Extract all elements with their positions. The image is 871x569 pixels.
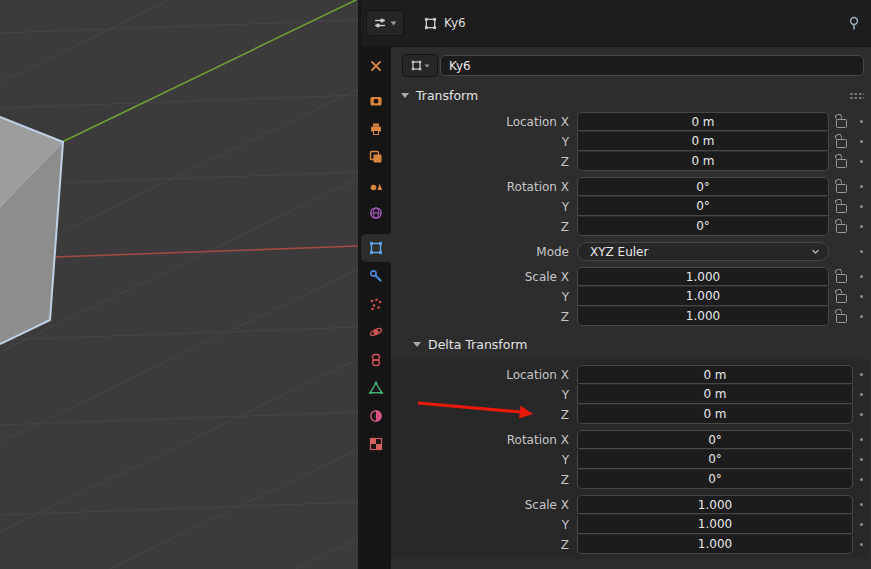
field-label: Y [391,388,577,402]
field-value: 0 m [691,134,714,148]
decorator-dot[interactable] [860,543,863,546]
delta-scale-z-row: Z 1.000 [391,535,869,554]
delta-transform-panel-header[interactable]: Delta Transform [391,332,869,357]
tab-texture[interactable] [361,430,391,458]
tab-constraints[interactable] [361,346,391,374]
editor-type-button[interactable] [366,10,404,36]
field-label: Y [391,518,577,532]
delta-scale-z-field[interactable]: 1.000 [577,535,853,554]
delta-location-z-row: Z 0 m [391,405,869,424]
delta-scale-x-field[interactable]: 1.000 [577,495,853,514]
pin-icon[interactable] [847,16,861,31]
cube-object[interactable] [0,117,63,344]
delta-rotation-x-field[interactable]: 0° [577,430,853,449]
decorator-dot[interactable] [860,225,863,228]
field-value: 1.000 [686,270,720,284]
decorator-dot[interactable] [860,295,863,298]
tab-render[interactable] [361,87,391,115]
rotation-mode-dropdown[interactable]: XYZ Euler [577,242,829,261]
panel-title: Delta Transform [428,337,528,352]
field-value: 0 m [703,387,726,401]
field-value: 0° [696,219,710,233]
world-icon [369,206,383,220]
scale-x-field[interactable]: 1.000 [577,267,829,286]
tab-material[interactable] [361,402,391,430]
lock-open-icon[interactable] [836,184,847,193]
scale-z-field[interactable]: 1.000 [577,307,829,326]
delta-location-y-field[interactable]: 0 m [577,385,853,404]
rotation-z-field[interactable]: 0° [577,217,829,236]
3d-viewport[interactable] [0,0,358,569]
chevron-down-icon [390,21,397,26]
relations-panel-header[interactable]: Relations [391,565,869,569]
tab-physics[interactable] [361,318,391,346]
tab-world[interactable] [361,199,391,227]
rotation-y-row: Y 0° [391,197,869,216]
location-x-field[interactable]: 0 m [577,112,829,131]
tab-object[interactable] [361,234,391,262]
field-label: Z [391,220,577,234]
delta-scale-y-field[interactable]: 1.000 [577,515,853,534]
chevron-down-icon [811,248,820,255]
tab-output[interactable] [361,115,391,143]
tab-view-layer[interactable] [361,143,391,171]
decorator-dot[interactable] [860,205,863,208]
delta-rotation-z-field[interactable]: 0° [577,470,853,489]
decorator-dot[interactable] [860,413,863,416]
object-name-input[interactable] [440,55,864,76]
disclosure-triangle-icon [401,93,409,98]
delta-location-z-field[interactable]: 0 m [577,405,853,424]
tab-scene[interactable] [361,171,391,199]
decorator-dot[interactable] [860,478,863,481]
physics-icon [369,325,383,339]
lock-open-icon[interactable] [836,119,847,128]
scale-y-field[interactable]: 1.000 [577,287,829,306]
location-y-field[interactable]: 0 m [577,132,829,151]
decorator-dot[interactable] [860,140,863,143]
decorator-dot[interactable] [860,315,863,318]
location-z-field[interactable]: 0 m [577,152,829,171]
delta-rotation-y-field[interactable]: 0° [577,450,853,469]
delta-rotation-x-row: Rotation X 0° [391,430,869,449]
lock-open-icon[interactable] [836,314,847,323]
decorator-dot[interactable] [860,250,863,253]
transform-panel-header[interactable]: Transform [391,83,869,108]
blender-window: Ky6 [0,0,871,569]
field-value: 0° [696,199,710,213]
decorator-dot[interactable] [860,160,863,163]
rotation-x-field[interactable]: 0° [577,177,829,196]
decorator-dot[interactable] [860,458,863,461]
decorator-dot[interactable] [860,393,863,396]
field-value: 0 m [703,407,726,421]
properties-tab-strip [361,47,391,569]
tab-modifiers[interactable] [361,262,391,290]
tab-object-data[interactable] [361,374,391,402]
tab-separator [361,227,391,234]
browse-object-button[interactable] [402,54,438,77]
field-value: 0° [696,180,710,194]
field-value: 0° [708,472,722,486]
decorator-dot[interactable] [860,523,863,526]
lock-open-icon[interactable] [836,139,847,148]
lock-open-icon[interactable] [836,204,847,213]
decorator-dot[interactable] [860,275,863,278]
field-label: Rotation X [391,433,577,447]
decorator-dot[interactable] [860,503,863,506]
delta-rotation-y-row: Y 0° [391,450,869,469]
lock-open-icon[interactable] [836,159,847,168]
lock-open-icon[interactable] [836,294,847,303]
delta-scale-y-row: Y 1.000 [391,515,869,534]
delta-location-x-field[interactable]: 0 m [577,365,853,384]
decorator-dot[interactable] [860,438,863,441]
lock-open-icon[interactable] [836,224,847,233]
decorator-dot[interactable] [860,185,863,188]
decorator-dot[interactable] [860,120,863,123]
field-label: Z [391,310,577,324]
tab-particles[interactable] [361,290,391,318]
decorator-dot[interactable] [860,373,863,376]
rotation-y-field[interactable]: 0° [577,197,829,216]
tab-tool[interactable] [361,52,391,80]
panel-drag-handle[interactable] [849,92,864,100]
field-label: Y [391,290,577,304]
lock-open-icon[interactable] [836,274,847,283]
